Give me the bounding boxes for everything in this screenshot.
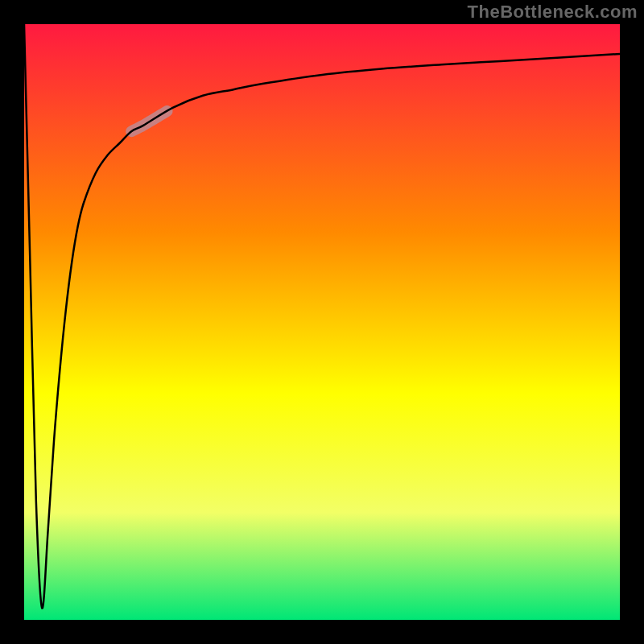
- bottleneck-chart: [24, 24, 620, 620]
- watermark: TheBottleneck.com: [468, 2, 638, 23]
- chart-area: [24, 24, 620, 620]
- app-frame: TheBottleneck.com: [0, 0, 644, 644]
- gradient-background: [24, 24, 620, 620]
